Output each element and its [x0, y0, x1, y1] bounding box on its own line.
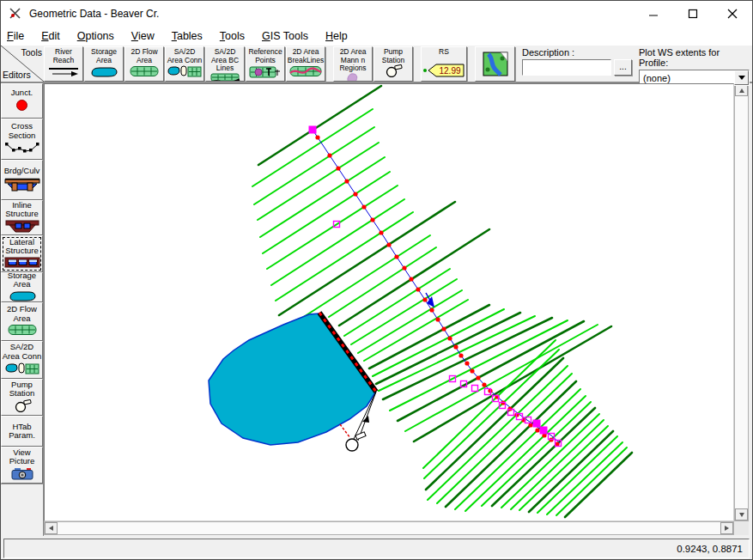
sa-2d-area-bc-lines-button[interactable]: SA/2D Area BC Lines: [205, 46, 245, 82]
xs-river-dot[interactable]: [535, 428, 539, 432]
cross-section-line[interactable]: [271, 199, 404, 285]
pump-station-symbol[interactable]: [346, 439, 358, 451]
scroll-up-button[interactable]: [735, 84, 748, 96]
editor-button-label: Lateral Structure: [2, 238, 42, 256]
editor-brdg-culv[interactable]: Brdg/Culv: [1, 160, 43, 200]
editor-htab-param-[interactable]: HTab Param.: [1, 416, 43, 447]
cross-section-line[interactable]: [329, 247, 436, 317]
close-button[interactable]: [713, 1, 752, 27]
xs-river-dot[interactable]: [402, 265, 406, 270]
xs-river-dot[interactable]: [470, 368, 474, 373]
2d-flow-area-button[interactable]: 2D Flow Area: [124, 46, 164, 82]
reference-points-button[interactable]: Reference Points: [246, 46, 285, 82]
scroll-down-button[interactable]: [735, 508, 748, 520]
xs-river-dot[interactable]: [453, 344, 458, 349]
river-reach-icon: [48, 66, 79, 80]
editor-inline-structure[interactable]: Inline Structure: [1, 200, 43, 235]
menu-file[interactable]: File: [1, 28, 33, 45]
xs-river-dot[interactable]: [315, 135, 319, 139]
marker-square-filled[interactable]: [533, 420, 540, 427]
cross-section-line[interactable]: [276, 212, 413, 301]
cross-section-line[interactable]: [364, 300, 468, 361]
xs-river-dot[interactable]: [476, 375, 480, 380]
2d-area-breaklines-button[interactable]: 2D Area BreakLines: [286, 46, 325, 82]
editor-pump-station[interactable]: Pump Station: [1, 379, 43, 416]
2d-area-mann-n-regions-button[interactable]: 2D Area Mann n Regions: [333, 46, 373, 82]
cross-section-line[interactable]: [263, 172, 390, 253]
xs-river-dot[interactable]: [435, 317, 440, 321]
scroll-right-button[interactable]: [720, 522, 733, 534]
description-input[interactable]: [522, 59, 611, 76]
river-reach-button[interactable]: River Reach: [44, 46, 83, 82]
menu-options[interactable]: Options: [69, 28, 123, 45]
minimize-button[interactable]: [634, 1, 673, 27]
xs-river-dot[interactable]: [409, 277, 413, 281]
menu-tables[interactable]: Tables: [163, 28, 211, 45]
plot-picture-button[interactable]: [475, 46, 515, 82]
xs-river-dot[interactable]: [422, 297, 427, 301]
cross-section-line[interactable]: [376, 313, 520, 384]
xs-river-dot[interactable]: [344, 179, 349, 183]
cross-section-line[interactable]: [426, 358, 563, 490]
xs-river-dot[interactable]: [353, 192, 357, 196]
marker-square-filled[interactable]: [540, 427, 547, 434]
xs-river-dot[interactable]: [458, 353, 463, 357]
toolbar-button-label: SA/2D Area BC Lines: [206, 48, 244, 73]
menu-tools[interactable]: Tools: [211, 28, 253, 45]
editor-cross-section[interactable]: Cross Section: [1, 119, 43, 160]
menu-edit[interactable]: Edit: [33, 28, 69, 45]
xs-river-dot[interactable]: [379, 230, 383, 234]
cross-section-line[interactable]: [537, 436, 617, 513]
pump-station-button[interactable]: Pump Station: [373, 46, 413, 82]
scroll-left-button[interactable]: [45, 522, 58, 534]
storage-area-button[interactable]: Storage Area: [84, 46, 124, 82]
cross-section-line[interactable]: [405, 325, 598, 431]
cross-section-line[interactable]: [344, 269, 450, 336]
xs-river-dot[interactable]: [465, 361, 469, 365]
editor-lateral-structure[interactable]: Lateral Structure: [1, 235, 43, 272]
cross-section-line[interactable]: [351, 279, 457, 344]
toolbar-button-label: SA/2D Area Conn: [166, 48, 203, 64]
menu-gis-tools[interactable]: GIS Tools: [253, 28, 317, 45]
cross-section-line[interactable]: [565, 453, 632, 517]
dropdown-button[interactable]: [734, 70, 749, 85]
cross-section-line[interactable]: [482, 402, 591, 506]
cross-section-line[interactable]: [556, 447, 627, 515]
cross-section-line[interactable]: [358, 290, 462, 353]
vertical-scrollbar[interactable]: [734, 83, 749, 521]
menu-view[interactable]: View: [123, 28, 163, 45]
sa-2d-area-conn-button[interactable]: SA/2D Area Conn: [165, 46, 204, 82]
xs-river-dot[interactable]: [416, 287, 420, 291]
xs-river-dot[interactable]: [441, 326, 446, 331]
horizontal-scrollbar[interactable]: [44, 521, 734, 535]
editor-storage-area[interactable]: Storage Area: [1, 272, 43, 302]
editor-view-picture[interactable]: View Picture: [1, 447, 43, 484]
xs-river-dot[interactable]: [370, 217, 374, 222]
xs-river-dot[interactable]: [447, 336, 452, 340]
xs-river-dot[interactable]: [394, 254, 398, 259]
cross-section-line[interactable]: [252, 109, 373, 186]
marker-square-open[interactable]: [472, 386, 478, 392]
editor-sa-2d-area-conn[interactable]: SA/2D Area Conn: [1, 341, 43, 379]
rs-button[interactable]: RS 12.99: [421, 46, 467, 82]
menu-help[interactable]: Help: [317, 28, 356, 45]
geometry-canvas[interactable]: [44, 83, 734, 521]
maximize-button[interactable]: [673, 1, 713, 27]
xs-river-dot[interactable]: [361, 204, 366, 209]
storage-area-polygon[interactable]: [209, 313, 375, 445]
editor-junct-[interactable]: Junct.: [1, 83, 43, 119]
xs-river-dot[interactable]: [386, 242, 391, 247]
cross-section-line[interactable]: [398, 321, 584, 421]
cross-section-line[interactable]: [339, 229, 489, 326]
cross-section-line[interactable]: [302, 235, 430, 318]
description-browse-button[interactable]: ...: [614, 59, 632, 76]
xs-river-dot[interactable]: [336, 166, 340, 170]
marker-square-filled[interactable]: [309, 126, 316, 133]
cross-section-line[interactable]: [529, 431, 613, 512]
editor-2d-flow-area[interactable]: 2D Flow Area: [1, 302, 43, 341]
editor-button-label: Storage Area: [2, 271, 42, 289]
editor-button-label: Pump Station: [2, 380, 42, 399]
xs-river-dot[interactable]: [482, 382, 486, 387]
xs-river-dot[interactable]: [429, 307, 434, 312]
xs-river-dot[interactable]: [327, 153, 331, 157]
